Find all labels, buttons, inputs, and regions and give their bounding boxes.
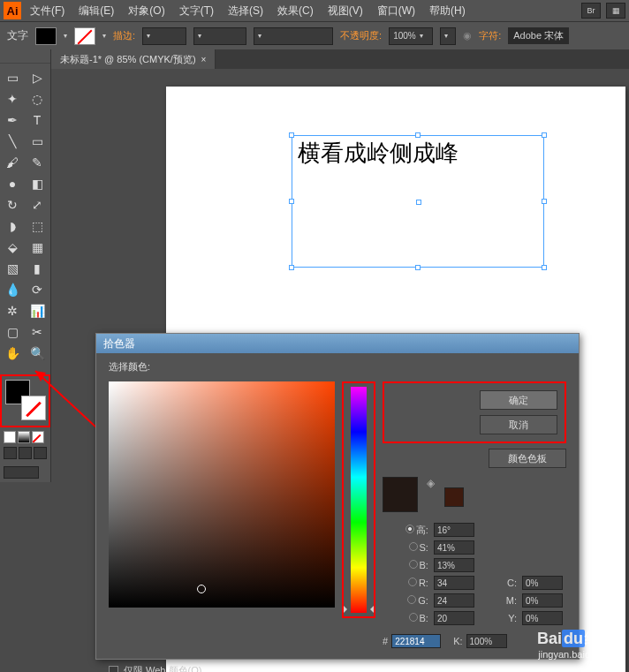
swatches-button[interactable]: 颜色色板 <box>489 449 566 468</box>
k-input[interactable] <box>466 634 507 648</box>
free-transform-tool[interactable]: ⬚ <box>25 215 49 237</box>
pen-tool[interactable]: ✒ <box>0 109 25 131</box>
handle-icon[interactable] <box>542 199 547 204</box>
zoom-tool[interactable]: 🔍 <box>25 343 49 364</box>
handle-icon[interactable] <box>415 132 421 138</box>
tab-close-icon[interactable]: × <box>201 55 207 64</box>
r-radio[interactable] <box>408 578 417 586</box>
menu-object[interactable]: 对象(O) <box>123 4 170 19</box>
c-label: C: <box>483 578 517 588</box>
font-family-dropdown[interactable]: Adobe 宋体 <box>508 27 569 44</box>
menu-file[interactable]: 文件(F) <box>25 4 70 19</box>
r-input[interactable] <box>434 576 474 590</box>
mesh-tool[interactable]: ▧ <box>0 258 25 279</box>
handle-icon[interactable] <box>289 265 294 270</box>
menu-help[interactable]: 帮助(H) <box>424 4 471 19</box>
handle-icon[interactable] <box>415 265 421 270</box>
stroke-weight-dropdown[interactable]: ▾ <box>142 27 186 45</box>
b-label: B: <box>383 560 428 570</box>
eyedropper-tool[interactable]: 💧 <box>0 279 25 300</box>
current-color-preview <box>444 487 464 507</box>
menu-bar: Ai 文件(F) 编辑(E) 对象(O) 文字(T) 选择(S) 效果(C) 视… <box>0 0 629 21</box>
k-label: K: <box>453 636 462 646</box>
h-radio[interactable] <box>405 525 414 533</box>
rotate-tool[interactable]: ↻ <box>0 194 25 215</box>
bb-radio[interactable] <box>409 613 418 622</box>
b-input[interactable] <box>434 558 474 572</box>
s-radio[interactable] <box>409 542 418 551</box>
hex-label: # <box>383 636 388 646</box>
s-label: S: <box>383 542 428 553</box>
screen-mode-icon[interactable] <box>4 466 39 479</box>
hand-tool[interactable]: ✋ <box>0 343 25 364</box>
lasso-tool[interactable]: ◌ <box>25 88 49 109</box>
opacity-label: 不透明度: <box>340 29 382 42</box>
hex-input[interactable] <box>391 634 441 648</box>
paintbrush-tool[interactable]: 🖌 <box>0 152 25 173</box>
tool-context-label: 文字 <box>7 28 28 43</box>
perspective-tool[interactable]: ▦ <box>25 237 49 258</box>
hue-slider[interactable] <box>351 387 367 613</box>
c-input[interactable] <box>522 576 563 590</box>
cancel-button[interactable]: 取消 <box>480 415 557 434</box>
direct-selection-tool[interactable]: ▷ <box>25 67 49 88</box>
handle-icon[interactable] <box>289 199 294 204</box>
selection-tool[interactable]: ▭ <box>0 67 25 88</box>
draw-inside-icon[interactable] <box>34 447 47 459</box>
h-input[interactable] <box>434 523 474 537</box>
menu-view[interactable]: 视图(V) <box>322 4 368 19</box>
web-only-checkbox[interactable] <box>109 666 118 672</box>
type-tool[interactable]: T <box>25 109 49 131</box>
gradient-mode-icon[interactable] <box>18 431 30 443</box>
variable-width-dropdown[interactable]: ▾ <box>193 27 246 45</box>
width-tool[interactable]: ◗ <box>0 215 25 237</box>
rectangle-tool[interactable]: ▭ <box>25 131 49 152</box>
stroke-swatch[interactable] <box>74 27 95 45</box>
menu-edit[interactable]: 编辑(E) <box>73 4 119 19</box>
draw-normal-icon[interactable] <box>4 447 17 459</box>
ok-button[interactable]: 确定 <box>480 390 557 410</box>
toolbar-stroke-swatch[interactable] <box>21 396 46 420</box>
text-frame[interactable]: 横看成岭侧成峰 <box>292 135 544 268</box>
g-radio[interactable] <box>407 595 416 604</box>
graph-tool[interactable]: 📊 <box>25 300 49 321</box>
color-mode-icon[interactable] <box>4 431 16 443</box>
m-input[interactable] <box>522 593 563 608</box>
menu-type[interactable]: 文字(T) <box>174 4 219 19</box>
magic-wand-tool[interactable]: ✦ <box>0 88 25 109</box>
opacity-input[interactable]: 100%▾ <box>389 27 433 45</box>
brush-dropdown[interactable]: ▾ <box>254 27 333 45</box>
slice-tool[interactable]: ✂ <box>25 321 49 343</box>
pencil-tool[interactable]: ✎ <box>25 152 49 173</box>
handle-icon[interactable] <box>289 132 294 138</box>
menu-select[interactable]: 选择(S) <box>223 4 269 19</box>
none-mode-icon[interactable] <box>32 431 44 443</box>
cube-icon: ◈ <box>427 477 439 489</box>
blob-brush-tool[interactable]: ● <box>0 173 25 194</box>
eraser-tool[interactable]: ◧ <box>25 173 49 194</box>
style-dropdown[interactable]: ▾ <box>440 27 456 45</box>
fill-swatch[interactable] <box>35 27 57 45</box>
b-radio[interactable] <box>409 560 418 569</box>
s-input[interactable] <box>434 540 474 555</box>
menu-effect[interactable]: 效果(C) <box>272 4 319 19</box>
blend-tool[interactable]: ⟳ <box>25 279 49 300</box>
artboard-tool[interactable]: ▢ <box>0 321 25 343</box>
saturation-value-field[interactable] <box>109 381 335 608</box>
handle-icon[interactable] <box>542 132 547 138</box>
gradient-tool[interactable]: ▮ <box>25 258 49 279</box>
g-input[interactable] <box>434 593 474 608</box>
bb-input[interactable] <box>434 611 474 625</box>
handle-icon[interactable] <box>542 265 547 270</box>
draw-behind-icon[interactable] <box>19 447 32 459</box>
symbol-sprayer-tool[interactable]: ✲ <box>0 300 25 321</box>
arrange-button[interactable]: ▦ <box>606 3 625 19</box>
bridge-button[interactable]: Br <box>581 3 601 19</box>
shape-builder-tool[interactable]: ⬙ <box>0 237 25 258</box>
fill-stroke-swatch-area[interactable] <box>0 374 50 427</box>
line-tool[interactable]: ╲ <box>0 131 25 152</box>
scale-tool[interactable]: ⤢ <box>25 194 49 215</box>
y-input[interactable] <box>522 611 563 625</box>
document-tab[interactable]: 未标题-1* @ 85% (CMYK/预览) × <box>51 49 216 69</box>
menu-window[interactable]: 窗口(W) <box>372 4 421 19</box>
